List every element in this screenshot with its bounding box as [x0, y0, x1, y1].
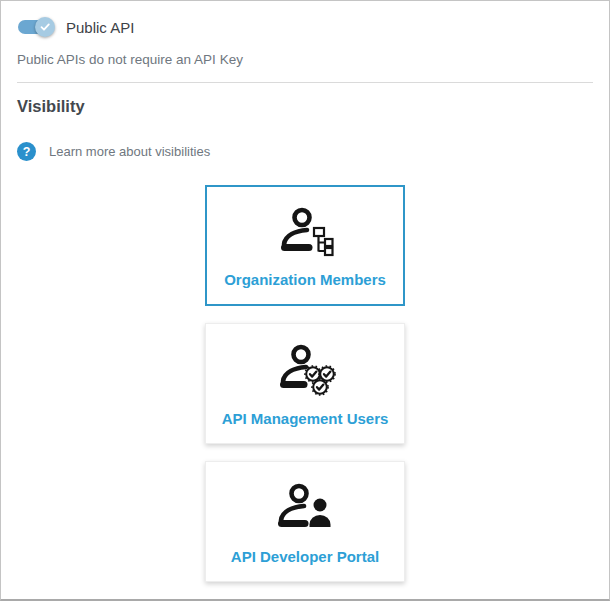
- people-icon: [273, 462, 337, 548]
- card-label: API Management Users: [222, 410, 389, 427]
- public-api-label: Public API: [66, 19, 134, 36]
- person-org-chart-icon: [274, 187, 336, 271]
- api-visibility-settings-panel: Public API Public APIs do not require an…: [0, 0, 610, 601]
- help-icon[interactable]: ?: [17, 142, 36, 161]
- visibility-card-organization-members[interactable]: Organization Members: [205, 185, 405, 306]
- public-api-helper-text: Public APIs do not require an API Key: [17, 52, 593, 67]
- visibility-card-api-management-users[interactable]: API Management Users: [205, 323, 405, 444]
- toggle-thumb-check-icon: [35, 17, 55, 37]
- person-gears-icon: [274, 324, 336, 410]
- card-label: Organization Members: [224, 271, 386, 288]
- learn-more-text: Learn more about visibilities: [49, 144, 210, 159]
- card-label: API Developer Portal: [231, 548, 379, 565]
- visibility-card-api-developer-portal[interactable]: API Developer Portal: [205, 461, 405, 582]
- visibility-cards: Organization Members: [17, 185, 593, 582]
- public-api-toggle-row: Public API: [17, 16, 593, 38]
- section-divider: [17, 82, 593, 83]
- public-api-toggle[interactable]: [17, 16, 55, 38]
- learn-more-row: ? Learn more about visibilities: [17, 142, 593, 161]
- visibility-heading: Visibility: [17, 97, 593, 116]
